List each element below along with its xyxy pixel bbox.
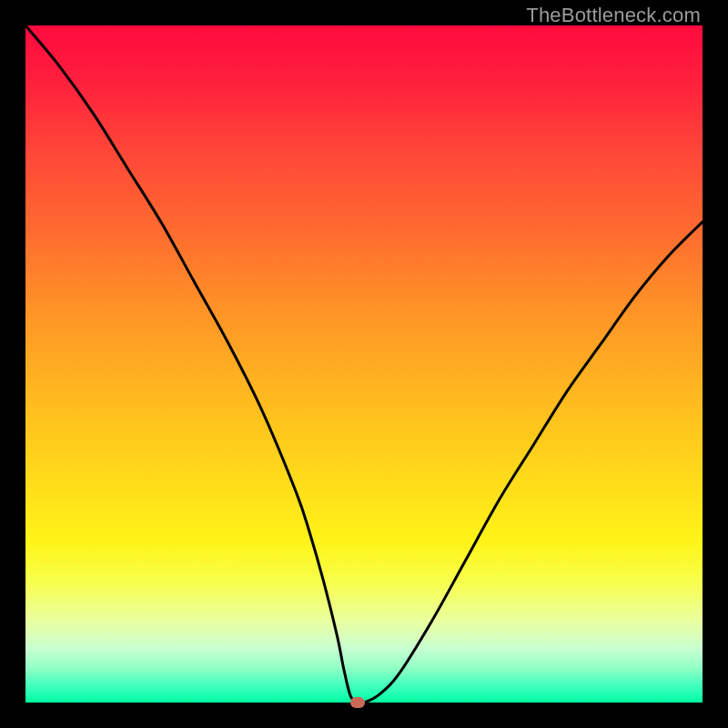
chart-frame: TheBottleneck.com <box>0 0 728 728</box>
plot-area <box>25 25 703 703</box>
curve-svg <box>25 25 703 703</box>
watermark-text: TheBottleneck.com <box>526 4 701 27</box>
minimum-marker <box>350 697 365 708</box>
bottleneck-curve-path <box>25 25 703 703</box>
